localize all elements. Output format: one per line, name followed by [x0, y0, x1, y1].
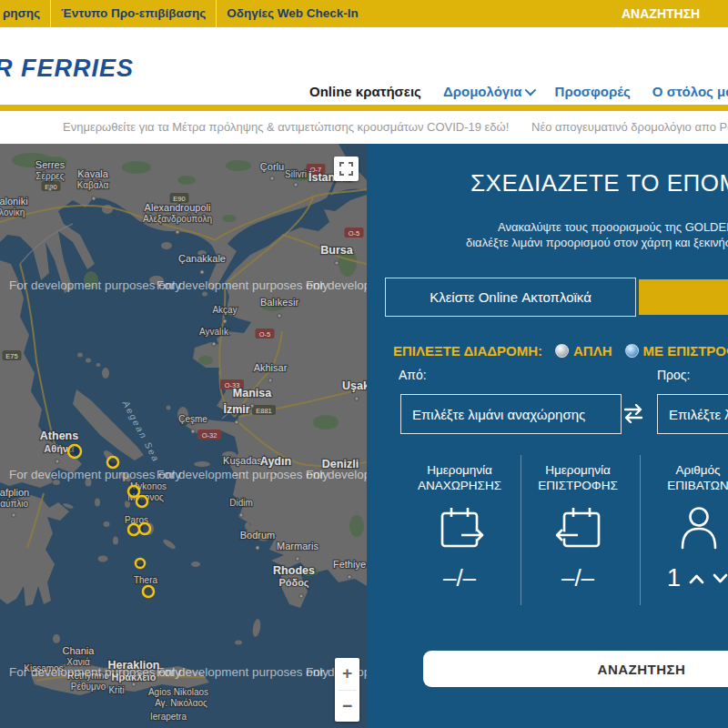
map-label: Fethiye: [333, 559, 366, 570]
nav-underline: [0, 105, 728, 111]
map-label: Καβάλα: [77, 180, 109, 190]
departure-date-label: ΗμερομηνίαΑΝΑΧΩΡΗΣΗΣ: [400, 462, 519, 493]
map-label: Balıkesir: [260, 297, 299, 308]
return-date-label: ΗμερομηνίαΕΠΙΣΤΡΟΦΗΣ: [519, 462, 637, 493]
map-fullscreen-button[interactable]: [334, 157, 359, 181]
city-dot: [296, 557, 299, 561]
map-label: Rhodes: [273, 564, 315, 577]
decrement-chevron-icon[interactable]: [713, 573, 728, 584]
map-label: Bodrum: [240, 530, 276, 541]
map-zoom-controls: + −: [335, 658, 359, 722]
chevron-down-icon: [524, 85, 536, 96]
nav-offers[interactable]: Προσφορές: [555, 84, 631, 99]
port-marker[interactable]: [143, 586, 154, 597]
port-marker[interactable]: [107, 457, 118, 468]
topbar: ρησης Έντυπο Προ-επιβίβασης Οδηγίες Web …: [0, 0, 728, 27]
new-route-notice-link[interactable]: Νέο απογευματινό δρομολόγιο απο Ραφήνα: [531, 120, 728, 134]
main-nav: Online κρατήσεις Δρομολόγια Προσφορές Ο …: [309, 84, 728, 99]
city-dot: [235, 420, 238, 424]
port-marker[interactable]: [136, 496, 147, 507]
road-badge-label: O-5: [259, 330, 271, 339]
map-label: Ayvalık: [199, 327, 229, 337]
map-label: Didim: [229, 498, 253, 508]
dev-watermark: For development purposes only: [9, 665, 181, 679]
map-label: Silivri: [285, 169, 307, 179]
swap-ports-button[interactable]: [622, 401, 645, 425]
city-dot: [335, 261, 339, 265]
return-date-picker[interactable]: [552, 502, 605, 559]
calendar-departure-icon: [434, 502, 487, 555]
to-port-input[interactable]: [657, 394, 728, 434]
map-label: Kuşadası: [223, 455, 265, 466]
nav-online-bookings[interactable]: Online κρατήσεις: [309, 84, 421, 99]
map-label: Alexandroupoli: [145, 202, 211, 213]
map-label: Marmaris: [277, 541, 318, 551]
port-marker[interactable]: [128, 486, 139, 497]
map-label: Kavala: [77, 168, 109, 179]
map-label: Σέρρες: [35, 171, 64, 181]
map-label: Thessaloniki: [0, 196, 28, 207]
port-marker[interactable]: [139, 523, 150, 534]
topbar-item-preboarding-form[interactable]: Έντυπο Προ-επιβίβασης: [51, 0, 216, 27]
panel-subtitle-line1: Ανακαλύψτε τους προορισμούς της GOLDEN S…: [498, 220, 728, 234]
notice-bar: Ενημερωθείτε για τα Μέτρα πρόληψης & αντ…: [0, 111, 728, 144]
tab-flights-booking[interactable]: [639, 279, 728, 315]
aegean-map[interactable]: E90E90E75O-33O-32E881O-7O-5O-5SerresΣέρρ…: [0, 144, 367, 728]
topbar-item-web-checkin[interactable]: Οδηγίες Web Check-In: [217, 0, 368, 27]
topbar-item-booking[interactable]: ρησης: [0, 0, 50, 27]
to-label: Προς:: [657, 368, 691, 382]
search-button[interactable]: ΑΝΑΖΗΤΗΣΗ: [423, 651, 728, 687]
map-label: Agios Nikolaos: [148, 687, 208, 697]
zoom-out-button[interactable]: −: [335, 691, 359, 723]
fullscreen-icon: [339, 162, 353, 176]
navbar: R FERRIES Online κρατήσεις Δρομολόγια Πρ…: [0, 27, 728, 105]
city-dot: [250, 404, 254, 408]
person-icon: [672, 502, 725, 555]
dev-watermark: For development purposes only: [9, 278, 181, 292]
passengers-icon-wrap: [672, 502, 725, 559]
map-label: Uşak: [342, 379, 367, 392]
city-dot: [212, 342, 216, 346]
port-marker[interactable]: [128, 524, 139, 535]
departure-date-picker[interactable]: [434, 502, 487, 559]
map-label: Manisa: [233, 387, 272, 399]
passenger-stepper: 1: [667, 564, 728, 592]
port-marker[interactable]: [68, 445, 81, 458]
departure-date-value[interactable]: –/–: [400, 564, 519, 592]
port-marker[interactable]: [136, 559, 145, 568]
map-label: Ναύπλιο: [0, 499, 29, 509]
radio-round-trip[interactable]: ΜΕ ΕΠΙΣΤΡΟΦΗ: [625, 343, 728, 359]
radio-icon[interactable]: [555, 344, 569, 358]
radio-one-way[interactable]: ΑΠΛΗ: [555, 343, 612, 359]
city-dot: [200, 270, 204, 274]
map-container[interactable]: E90E90E75O-33O-32E881O-7O-5O-5SerresΣέρρ…: [0, 144, 367, 728]
panel-subtitle-line2: διαλέξτε λιμάνι προορισμού στον χάρτη κα…: [466, 236, 728, 249]
map-label: Ierapetra: [150, 712, 187, 722]
city-dot: [256, 546, 259, 550]
trip-planner-panel: ΣΧΕΔΙΑΖΕΤΕ ΤΟ ΕΠΟΜΕΝΟ ΤΑΞΙΔΙ ΣΑΣ Ανακαλύ…: [367, 144, 728, 728]
map-label: Çanakkale: [178, 253, 226, 264]
from-port-input[interactable]: [400, 394, 622, 434]
passenger-count: 1: [667, 564, 681, 592]
map-label: Ρέθυμνο: [71, 682, 106, 692]
road-badge-label: O-5: [349, 229, 360, 238]
logo[interactable]: R FERRIES: [0, 55, 134, 83]
city-dot: [355, 397, 359, 400]
city-dot: [12, 513, 15, 517]
city-dot: [239, 513, 243, 517]
nav-schedules[interactable]: Δρομολόγια: [443, 84, 533, 99]
city-dot: [92, 197, 96, 200]
return-date-value[interactable]: –/–: [519, 564, 637, 592]
covid-notice-link[interactable]: Ενημερωθείτε για τα Μέτρα πρόληψης & αντ…: [63, 120, 509, 134]
topbar-search-link[interactable]: ΑΝΑΖΗΤΗΣΗ: [622, 0, 700, 27]
zoom-in-button[interactable]: +: [335, 658, 359, 690]
tab-ferry-booking[interactable]: Κλείστε Online Ακτοπλοϊκά: [385, 278, 636, 317]
radio-icon-selected[interactable]: [625, 344, 639, 358]
city-dot: [48, 187, 52, 191]
nav-fleet[interactable]: Ο στόλος μας: [652, 84, 728, 99]
city-dot: [176, 230, 179, 234]
route-type-label: ΕΠΙΛΕΞΤΕ ΔΙΑΔΡΟΜΗ:: [393, 343, 542, 359]
increment-chevron-icon[interactable]: [689, 573, 704, 584]
dev-watermark: For development purposes only: [157, 665, 329, 679]
city-dot: [268, 379, 272, 382]
